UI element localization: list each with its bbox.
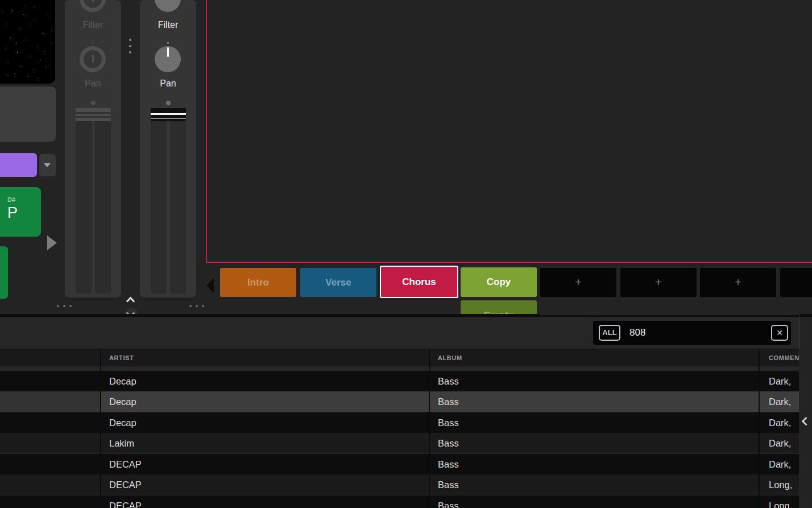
cell-artist: DECAP <box>109 454 142 474</box>
knob-tick <box>167 42 169 44</box>
filter-label: Filter <box>65 20 121 30</box>
pan-knob[interactable] <box>80 46 106 72</box>
arrangement-panel <box>206 0 812 263</box>
column-header-album[interactable]: ALBUM <box>438 349 462 366</box>
column-header-artist[interactable]: ARTIST <box>109 349 134 366</box>
scene-button-verse[interactable]: Verse <box>300 268 376 297</box>
cell-comment: Dark, <box>769 433 791 453</box>
cell-album: Bass <box>438 454 459 474</box>
cell-comment: Long, <box>769 495 792 508</box>
cell-album: Bass <box>438 391 459 412</box>
scene-copy-button[interactable]: Copy <box>461 267 537 297</box>
filter-knob[interactable] <box>80 0 106 12</box>
scene-button-chorus[interactable]: Chorus <box>380 266 458 298</box>
drag-handle-icon[interactable] <box>189 305 192 307</box>
table-row[interactable]: Decap Bass Dark, <box>0 371 799 391</box>
waveform-noise <box>0 0 1 1</box>
scene-pad-green-partial[interactable] <box>0 246 8 299</box>
cell-artist: Decap <box>109 391 136 412</box>
chevron-up-icon[interactable] <box>126 297 135 306</box>
scroll-left-icon[interactable] <box>206 278 214 293</box>
column-divider <box>100 349 101 508</box>
knob-tick <box>92 42 94 44</box>
scene-pad-green[interactable]: D# P <box>0 187 41 237</box>
pad-dropdown-button[interactable] <box>39 154 56 176</box>
table-row[interactable]: DECAP Bass Long, <box>0 474 799 495</box>
search-filter-badge[interactable]: ALL <box>599 325 620 341</box>
scene-button-intro[interactable]: Intro <box>220 268 296 297</box>
cell-album: Bass <box>438 474 459 495</box>
volume-fader-handle[interactable] <box>76 108 111 121</box>
library-right-border <box>799 315 799 349</box>
library-table-header[interactable]: ARTIST ALBUM COMMENT <box>0 349 799 366</box>
knob-pointer <box>92 0 94 2</box>
row-firstcol <box>0 391 100 412</box>
cell-album: Bass <box>438 433 459 453</box>
drag-handle-icon[interactable] <box>129 39 131 41</box>
pan-label: Pan <box>65 79 121 89</box>
cell-album: Bass <box>438 371 459 391</box>
side-panel-block <box>0 86 56 142</box>
cell-artist: DECAP <box>109 474 142 495</box>
cell-comment: Dark, <box>769 391 791 412</box>
cell-comment: Dark, <box>769 454 791 474</box>
pad-key-label: D# <box>7 196 15 203</box>
cell-album: Bass <box>438 495 459 508</box>
add-scene-button[interactable] <box>780 268 812 297</box>
cell-artist: Decap <box>109 371 136 391</box>
chevron-left-icon[interactable] <box>802 417 811 426</box>
clear-search-button[interactable]: ✕ <box>771 325 788 341</box>
cell-artist: DECAP <box>109 495 142 508</box>
pan-label: Pan <box>140 79 196 89</box>
knob-pointer <box>167 47 169 57</box>
cell-artist: Lakim <box>109 433 134 453</box>
pad-letter-label: P <box>7 204 18 222</box>
pan-knob[interactable] <box>155 46 181 72</box>
cell-comment: Long, <box>769 474 792 495</box>
mixer-channel-1: Filter Pan <box>65 0 121 298</box>
table-row[interactable]: Lakim Bass Dark, <box>0 433 799 453</box>
library-search-input[interactable] <box>593 321 791 345</box>
fader-tick <box>166 101 171 105</box>
library-top-border <box>540 315 799 315</box>
column-divider <box>429 349 430 508</box>
cell-comment: Dark, <box>769 371 791 391</box>
column-divider <box>759 349 760 508</box>
filter-knob[interactable] <box>155 0 181 12</box>
cell-album: Bass <box>438 412 459 433</box>
cell-artist: Decap <box>109 412 136 433</box>
mixer-channel-2: Filter Pan <box>140 0 196 298</box>
chevron-down-icon <box>44 163 51 167</box>
column-header-comment[interactable]: COMMENT <box>769 349 799 366</box>
play-icon[interactable] <box>47 236 57 250</box>
volume-fader-track[interactable] <box>151 121 186 294</box>
table-row[interactable]: Decap Bass Dark, <box>0 412 799 433</box>
add-scene-button[interactable]: + <box>540 268 616 297</box>
add-scene-button[interactable]: + <box>700 268 776 297</box>
table-row[interactable]: DECAP Bass Dark, <box>0 454 799 474</box>
filter-label: Filter <box>140 20 196 30</box>
table-row-selected[interactable]: Decap Bass Dark, <box>0 391 799 412</box>
fader-tick <box>91 101 96 105</box>
add-scene-button[interactable]: + <box>620 268 697 297</box>
waveform-display <box>0 0 55 84</box>
search-query-text: 808 <box>629 321 645 345</box>
table-row[interactable]: DECAP Bass Long, <box>0 495 799 508</box>
cell-comment: Dark, <box>769 412 791 433</box>
knob-pointer <box>92 55 94 63</box>
drag-handle-icon[interactable] <box>57 305 59 307</box>
volume-fader-handle[interactable] <box>151 108 186 121</box>
scene-pad-purple[interactable] <box>0 153 37 177</box>
volume-fader-track[interactable] <box>76 121 111 294</box>
